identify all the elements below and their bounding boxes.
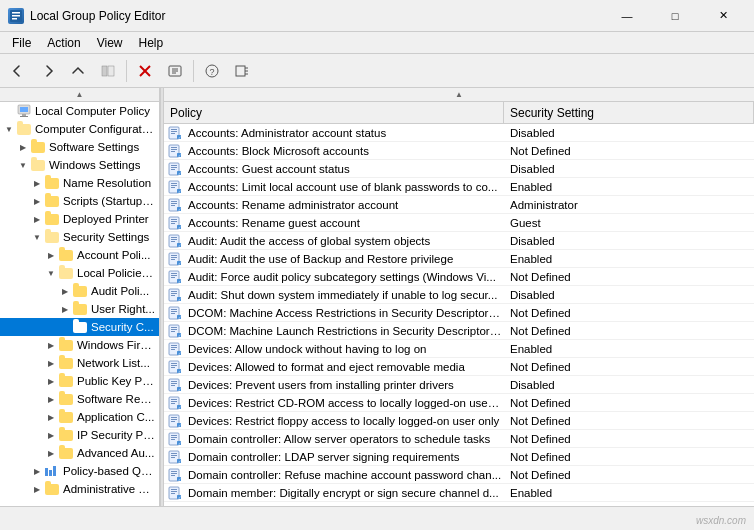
svg-rect-28	[171, 133, 175, 134]
policy-setting: Not Defined	[506, 361, 754, 373]
content-scroll-up[interactable]: ▲	[164, 88, 754, 102]
table-row[interactable]: ✓ Domain controller: Refuse machine acco…	[164, 466, 754, 484]
sidebar-item-local-policies[interactable]: Local Policies...	[0, 264, 159, 282]
sidebar-label-network-list: Network List...	[77, 357, 150, 369]
sidebar-item-name-resolution[interactable]: Name Resolution	[0, 174, 159, 192]
sidebar-item-user-right[interactable]: User Right...	[0, 300, 159, 318]
sidebar-item-application-c[interactable]: Application C...	[0, 408, 159, 426]
sidebar-item-network-list[interactable]: Network List...	[0, 354, 159, 372]
svg-rect-33	[171, 149, 177, 150]
help-button[interactable]: ?	[198, 58, 226, 84]
table-row[interactable]: ✓ Audit: Shut down system immediately if…	[164, 286, 754, 304]
toolbar: ?	[0, 54, 754, 88]
svg-text:✓: ✓	[178, 171, 181, 176]
sidebar-item-windows-settings[interactable]: Windows Settings	[0, 156, 159, 174]
svg-rect-112	[171, 385, 175, 386]
sidebar-item-local-computer-policy[interactable]: Local Computer Policy	[0, 102, 159, 120]
sidebar-scroll-up[interactable]: ▲	[0, 88, 159, 102]
maximize-button[interactable]: □	[652, 0, 698, 32]
svg-rect-46	[171, 187, 175, 188]
table-row[interactable]: ✓ Domain controller: LDAP server signing…	[164, 448, 754, 466]
export-button[interactable]	[228, 58, 256, 84]
table-row[interactable]: ✓ Devices: Allow undock without having t…	[164, 340, 754, 358]
policy-name: Accounts: Block Microsoft accounts	[184, 145, 506, 157]
menu-help[interactable]: Help	[131, 34, 172, 52]
sidebar-item-software-settings[interactable]: Software Settings	[0, 138, 159, 156]
sidebar-item-audit-poli[interactable]: Audit Poli...	[0, 282, 159, 300]
svg-rect-68	[171, 255, 177, 256]
policy-name: Accounts: Rename guest account	[184, 217, 506, 229]
sidebar-item-security-c[interactable]: Security C...	[0, 318, 159, 336]
svg-rect-93	[171, 329, 177, 330]
table-row[interactable]: ✓ Accounts: Guest account statusDisabled	[164, 160, 754, 178]
folder-icon-software-rest	[58, 391, 74, 407]
sidebar-label-security-settings: Security Settings	[63, 231, 149, 243]
svg-rect-129	[171, 437, 177, 438]
sidebar-item-deployed-printer[interactable]: Deployed Printer	[0, 210, 159, 228]
back-button[interactable]	[4, 58, 32, 84]
sidebar-item-security-settings[interactable]: Security Settings	[0, 228, 159, 246]
folder-icon-security-c	[72, 319, 88, 335]
sidebar-item-account-poli[interactable]: Account Poli...	[0, 246, 159, 264]
close-button[interactable]: ✕	[700, 0, 746, 32]
menu-file[interactable]: File	[4, 34, 39, 52]
table-row[interactable]: ✓ Audit: Force audit policy subcategory …	[164, 268, 754, 286]
sidebar-item-public-key[interactable]: Public Key Pc...	[0, 372, 159, 390]
show-hide-button[interactable]	[94, 58, 122, 84]
svg-rect-106	[171, 367, 175, 368]
policy-setting: Not Defined	[506, 271, 754, 283]
folder-icon-application-c	[58, 409, 74, 425]
folder-icon-user-right	[72, 301, 88, 317]
folder-icon-audit	[72, 283, 88, 299]
forward-button[interactable]	[34, 58, 62, 84]
sidebar-item-ip-security[interactable]: IP Security Pc...	[0, 426, 159, 444]
svg-rect-81	[171, 293, 177, 294]
sidebar-item-policy-based[interactable]: Policy-based Qo...	[0, 462, 159, 480]
svg-text:✓: ✓	[178, 225, 181, 230]
table-row[interactable]: ✓ Devices: Allowed to format and eject r…	[164, 358, 754, 376]
sidebar-item-admin-temp[interactable]: Administrative Temp...	[0, 480, 159, 498]
sidebar-item-windows-fire[interactable]: Windows Fire...	[0, 336, 159, 354]
menu-view[interactable]: View	[89, 34, 131, 52]
column-header-setting[interactable]: Security Setting	[504, 102, 754, 123]
table-row[interactable]: ✓ Devices: Restrict CD-ROM access to loc…	[164, 394, 754, 412]
svg-rect-62	[171, 237, 177, 238]
sidebar-item-computer-configuration[interactable]: Computer Configuration	[0, 120, 159, 138]
table-row[interactable]: ✓ Accounts: Block Microsoft accountsNot …	[164, 142, 754, 160]
svg-text:✓: ✓	[178, 369, 181, 374]
table-row[interactable]: ✓ DCOM: Machine Launch Restrictions in S…	[164, 322, 754, 340]
svg-rect-135	[171, 455, 177, 456]
tree-arrow-application-c	[44, 408, 58, 426]
menu-action[interactable]: Action	[39, 34, 88, 52]
sidebar-item-software-rest[interactable]: Software Rest...	[0, 390, 159, 408]
properties-button[interactable]	[161, 58, 189, 84]
table-row[interactable]: ✓ DCOM: Machine Access Restrictions in S…	[164, 304, 754, 322]
table-row[interactable]: ✓ Devices: Prevent users from installing…	[164, 376, 754, 394]
sidebar-item-scripts[interactable]: Scripts (Startup/S...	[0, 192, 159, 210]
policy-setting: Not Defined	[506, 145, 754, 157]
up-button[interactable]	[64, 58, 92, 84]
delete-button[interactable]	[131, 58, 159, 84]
table-row[interactable]: ✓ Accounts: Rename guest accountGuest	[164, 214, 754, 232]
table-row[interactable]: ✓ Accounts: Rename administrator account…	[164, 196, 754, 214]
table-row[interactable]: ✓ Audit: Audit the access of global syst…	[164, 232, 754, 250]
sidebar[interactable]: ▲ Local Computer Policy Computer Configu…	[0, 88, 160, 506]
sidebar-label-local-policies: Local Policies...	[77, 267, 155, 279]
table-row[interactable]: ✓ Devices: Restrict floppy access to loc…	[164, 412, 754, 430]
svg-rect-130	[171, 439, 175, 440]
policy-name: Devices: Prevent users from installing p…	[184, 379, 506, 391]
minimize-button[interactable]: —	[604, 0, 650, 32]
column-header-policy[interactable]: Policy	[164, 102, 504, 123]
svg-text:✓: ✓	[178, 495, 181, 500]
sidebar-label-application-c: Application C...	[77, 411, 154, 423]
svg-text:✓: ✓	[178, 477, 181, 482]
sidebar-item-advanced-au[interactable]: Advanced Au...	[0, 444, 159, 462]
table-row[interactable]: ✓ Accounts: Administrator account status…	[164, 124, 754, 142]
table-row[interactable]: ✓ Accounts: Limit local account use of b…	[164, 178, 754, 196]
table-row[interactable]: ✓ Domain member: Digitally encrypt or si…	[164, 484, 754, 502]
tree-arrow-user-right	[58, 300, 72, 318]
svg-rect-74	[171, 273, 177, 274]
table-row[interactable]: ✓ Domain controller: Allow server operat…	[164, 430, 754, 448]
table-body[interactable]: ✓ Accounts: Administrator account status…	[164, 124, 754, 506]
table-row[interactable]: ✓ Audit: Audit the use of Backup and Res…	[164, 250, 754, 268]
